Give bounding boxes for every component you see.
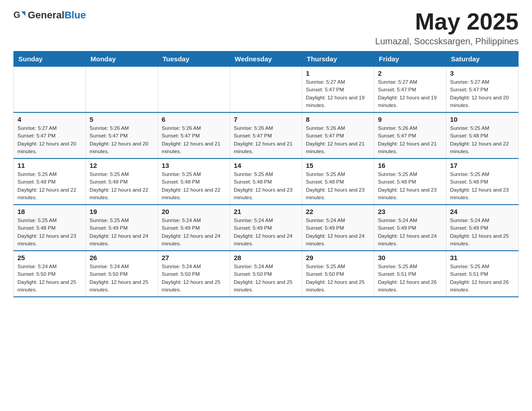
calendar-cell: 8Sunrise: 5:26 AM Sunset: 5:47 PM Daylig… xyxy=(302,112,374,158)
calendar-cell xyxy=(14,67,86,113)
calendar-cell xyxy=(230,67,302,113)
day-number: 3 xyxy=(450,69,515,77)
calendar-cell: 24Sunrise: 5:24 AM Sunset: 5:49 PM Dayli… xyxy=(446,205,519,251)
header-thursday: Thursday xyxy=(302,51,374,67)
calendar-cell: 16Sunrise: 5:25 AM Sunset: 5:48 PM Dayli… xyxy=(374,158,446,205)
day-number: 30 xyxy=(378,254,442,261)
day-number: 13 xyxy=(162,162,226,169)
calendar-cell: 26Sunrise: 5:24 AM Sunset: 5:50 PM Dayli… xyxy=(86,251,158,297)
day-number: 29 xyxy=(306,254,370,261)
calendar-cell: 13Sunrise: 5:25 AM Sunset: 5:48 PM Dayli… xyxy=(158,158,230,205)
calendar-cell: 18Sunrise: 5:25 AM Sunset: 5:48 PM Dayli… xyxy=(14,205,86,251)
day-info: Sunrise: 5:25 AM Sunset: 5:50 PM Dayligh… xyxy=(306,263,370,294)
calendar-cell: 22Sunrise: 5:24 AM Sunset: 5:49 PM Dayli… xyxy=(302,205,374,251)
day-number: 21 xyxy=(234,208,298,215)
day-info: Sunrise: 5:25 AM Sunset: 5:48 PM Dayligh… xyxy=(450,171,515,201)
calendar-cell xyxy=(158,67,230,113)
calendar-header-row: SundayMondayTuesdayWednesdayThursdayFrid… xyxy=(14,51,519,67)
calendar-cell: 9Sunrise: 5:26 AM Sunset: 5:47 PM Daylig… xyxy=(374,112,446,158)
calendar-cell: 4Sunrise: 5:27 AM Sunset: 5:47 PM Daylig… xyxy=(14,112,86,158)
calendar-cell: 29Sunrise: 5:25 AM Sunset: 5:50 PM Dayli… xyxy=(302,251,374,297)
day-info: Sunrise: 5:25 AM Sunset: 5:48 PM Dayligh… xyxy=(17,171,82,201)
page-header: G GeneralBlue May 2025 Lumazal, Soccsksa… xyxy=(13,9,519,47)
day-number: 15 xyxy=(306,162,370,169)
day-info: Sunrise: 5:25 AM Sunset: 5:49 PM Dayligh… xyxy=(90,217,154,248)
day-info: Sunrise: 5:25 AM Sunset: 5:48 PM Dayligh… xyxy=(450,124,515,155)
day-info: Sunrise: 5:27 AM Sunset: 5:47 PM Dayligh… xyxy=(306,78,370,109)
calendar-cell: 17Sunrise: 5:25 AM Sunset: 5:48 PM Dayli… xyxy=(446,158,519,205)
calendar-cell: 1Sunrise: 5:27 AM Sunset: 5:47 PM Daylig… xyxy=(302,67,374,113)
day-number: 27 xyxy=(162,254,226,261)
header-friday: Friday xyxy=(374,51,446,67)
day-info: Sunrise: 5:25 AM Sunset: 5:48 PM Dayligh… xyxy=(90,171,154,201)
day-info: Sunrise: 5:24 AM Sunset: 5:49 PM Dayligh… xyxy=(234,217,298,248)
day-info: Sunrise: 5:24 AM Sunset: 5:49 PM Dayligh… xyxy=(378,217,442,248)
header-wednesday: Wednesday xyxy=(230,51,302,67)
day-info: Sunrise: 5:25 AM Sunset: 5:51 PM Dayligh… xyxy=(378,263,442,294)
calendar-cell: 15Sunrise: 5:25 AM Sunset: 5:48 PM Dayli… xyxy=(302,158,374,205)
day-number: 10 xyxy=(450,116,515,123)
day-number: 14 xyxy=(234,162,298,169)
day-number: 17 xyxy=(450,162,515,169)
day-number: 6 xyxy=(162,116,226,123)
logo-blue-text: Blue xyxy=(64,9,86,21)
calendar-cell xyxy=(86,67,158,113)
calendar-cell: 27Sunrise: 5:24 AM Sunset: 5:50 PM Dayli… xyxy=(158,251,230,297)
day-info: Sunrise: 5:25 AM Sunset: 5:51 PM Dayligh… xyxy=(450,263,515,294)
day-number: 24 xyxy=(450,208,515,215)
day-number: 8 xyxy=(306,116,370,123)
day-info: Sunrise: 5:25 AM Sunset: 5:48 PM Dayligh… xyxy=(17,217,82,248)
calendar-cell: 31Sunrise: 5:25 AM Sunset: 5:51 PM Dayli… xyxy=(446,251,519,297)
calendar-cell: 10Sunrise: 5:25 AM Sunset: 5:48 PM Dayli… xyxy=(446,112,519,158)
day-number: 25 xyxy=(17,254,82,261)
calendar-week-row: 1Sunrise: 5:27 AM Sunset: 5:47 PM Daylig… xyxy=(14,67,519,113)
calendar-cell: 23Sunrise: 5:24 AM Sunset: 5:49 PM Dayli… xyxy=(374,205,446,251)
day-info: Sunrise: 5:25 AM Sunset: 5:48 PM Dayligh… xyxy=(306,171,370,201)
header-tuesday: Tuesday xyxy=(158,51,230,67)
day-number: 11 xyxy=(17,162,82,169)
day-number: 16 xyxy=(378,162,442,169)
day-number: 19 xyxy=(90,208,154,215)
calendar-cell: 2Sunrise: 5:27 AM Sunset: 5:47 PM Daylig… xyxy=(374,67,446,113)
day-info: Sunrise: 5:26 AM Sunset: 5:47 PM Dayligh… xyxy=(306,124,370,155)
calendar-cell: 25Sunrise: 5:24 AM Sunset: 5:50 PM Dayli… xyxy=(14,251,86,297)
svg-text:G: G xyxy=(13,10,20,20)
day-info: Sunrise: 5:25 AM Sunset: 5:48 PM Dayligh… xyxy=(234,171,298,201)
day-info: Sunrise: 5:25 AM Sunset: 5:48 PM Dayligh… xyxy=(378,171,442,201)
day-info: Sunrise: 5:24 AM Sunset: 5:50 PM Dayligh… xyxy=(162,263,226,294)
svg-marker-1 xyxy=(21,12,26,16)
day-info: Sunrise: 5:27 AM Sunset: 5:47 PM Dayligh… xyxy=(378,78,442,109)
location-title: Lumazal, Soccsksargen, Philippines xyxy=(375,36,519,47)
calendar-table: SundayMondayTuesdayWednesdayThursdayFrid… xyxy=(13,51,519,297)
day-info: Sunrise: 5:24 AM Sunset: 5:49 PM Dayligh… xyxy=(162,217,226,248)
calendar-cell: 28Sunrise: 5:24 AM Sunset: 5:50 PM Dayli… xyxy=(230,251,302,297)
calendar-cell: 30Sunrise: 5:25 AM Sunset: 5:51 PM Dayli… xyxy=(374,251,446,297)
day-number: 31 xyxy=(450,254,515,261)
day-info: Sunrise: 5:27 AM Sunset: 5:47 PM Dayligh… xyxy=(17,124,82,155)
day-info: Sunrise: 5:26 AM Sunset: 5:47 PM Dayligh… xyxy=(162,124,226,155)
day-number: 20 xyxy=(162,208,226,215)
calendar-week-row: 18Sunrise: 5:25 AM Sunset: 5:48 PM Dayli… xyxy=(14,205,519,251)
day-info: Sunrise: 5:25 AM Sunset: 5:48 PM Dayligh… xyxy=(162,171,226,201)
month-title: May 2025 xyxy=(375,9,519,34)
day-info: Sunrise: 5:27 AM Sunset: 5:47 PM Dayligh… xyxy=(450,78,515,109)
logo-icon: G xyxy=(13,9,26,21)
day-number: 5 xyxy=(90,116,154,123)
calendar-cell: 14Sunrise: 5:25 AM Sunset: 5:48 PM Dayli… xyxy=(230,158,302,205)
day-number: 4 xyxy=(17,116,82,123)
logo-general-text: General xyxy=(28,9,64,21)
day-info: Sunrise: 5:24 AM Sunset: 5:49 PM Dayligh… xyxy=(306,217,370,248)
calendar-cell: 7Sunrise: 5:26 AM Sunset: 5:47 PM Daylig… xyxy=(230,112,302,158)
day-info: Sunrise: 5:24 AM Sunset: 5:50 PM Dayligh… xyxy=(17,263,82,294)
day-number: 12 xyxy=(90,162,154,169)
day-info: Sunrise: 5:26 AM Sunset: 5:47 PM Dayligh… xyxy=(90,124,154,155)
calendar-cell: 5Sunrise: 5:26 AM Sunset: 5:47 PM Daylig… xyxy=(86,112,158,158)
day-number: 2 xyxy=(378,69,442,77)
calendar-cell: 19Sunrise: 5:25 AM Sunset: 5:49 PM Dayli… xyxy=(86,205,158,251)
calendar-cell: 6Sunrise: 5:26 AM Sunset: 5:47 PM Daylig… xyxy=(158,112,230,158)
calendar-cell: 12Sunrise: 5:25 AM Sunset: 5:48 PM Dayli… xyxy=(86,158,158,205)
calendar-cell: 11Sunrise: 5:25 AM Sunset: 5:48 PM Dayli… xyxy=(14,158,86,205)
day-info: Sunrise: 5:24 AM Sunset: 5:50 PM Dayligh… xyxy=(90,263,154,294)
day-number: 26 xyxy=(90,254,154,261)
calendar-week-row: 25Sunrise: 5:24 AM Sunset: 5:50 PM Dayli… xyxy=(14,251,519,297)
